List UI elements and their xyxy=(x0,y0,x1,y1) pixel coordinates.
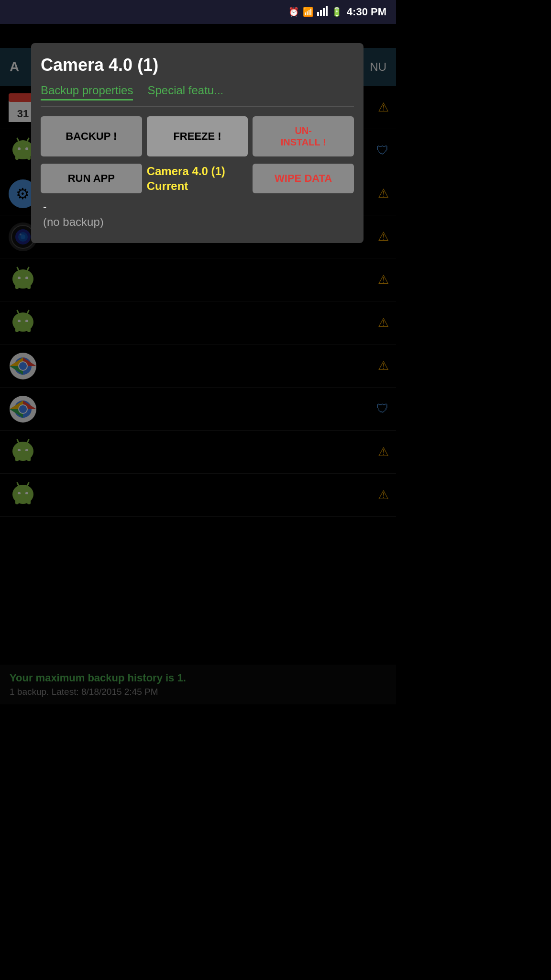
app-info-row: RUN APP Camera 4.0 (1) Current WIPE DATA xyxy=(41,164,354,193)
run-app-button[interactable]: RUN APP xyxy=(41,164,142,193)
tab-backup-properties[interactable]: Backup properties xyxy=(41,84,133,100)
backup-dash: - xyxy=(43,200,354,213)
svg-rect-2 xyxy=(323,8,325,16)
status-time: 4:30 PM xyxy=(347,6,386,18)
tab-special-features[interactable]: Special featu... xyxy=(147,84,223,100)
backup-button[interactable]: BACKUP ! xyxy=(41,116,142,156)
status-icons: ⏰ 📶 🔋 xyxy=(288,6,342,18)
wifi-icon: 📶 xyxy=(303,7,313,17)
signal-icon xyxy=(317,6,328,18)
uninstall-label-line2: INSTALL ! xyxy=(281,137,326,147)
uninstall-button[interactable]: UN- INSTALL ! xyxy=(253,116,354,156)
svg-rect-3 xyxy=(326,6,328,16)
uninstall-label-line1: UN- xyxy=(295,125,312,136)
freeze-button[interactable]: FREEZE ! xyxy=(147,116,248,156)
app-current-info: Camera 4.0 (1) Current xyxy=(147,164,248,193)
action-buttons-grid: BACKUP ! FREEZE ! UN- INSTALL ! xyxy=(41,116,354,156)
app-current-name: Camera 4.0 (1) xyxy=(147,165,225,178)
alarm-icon: ⏰ xyxy=(288,7,299,17)
app-current-label: Current xyxy=(147,179,188,192)
modal-dialog: Camera 4.0 (1) Backup properties Special… xyxy=(31,43,364,243)
backup-info-section: - (no backup) xyxy=(41,200,354,229)
status-bar: ⏰ 📶 🔋 4:30 PM xyxy=(0,0,396,24)
modal-tabs: Backup properties Special featu... xyxy=(41,84,354,107)
svg-rect-1 xyxy=(320,10,322,16)
svg-rect-0 xyxy=(317,12,319,16)
wipe-data-button[interactable]: WIPE DATA xyxy=(253,164,354,193)
modal-title: Camera 4.0 (1) xyxy=(41,55,354,75)
backup-status: (no backup) xyxy=(43,215,354,229)
battery-icon: 🔋 xyxy=(331,7,342,17)
